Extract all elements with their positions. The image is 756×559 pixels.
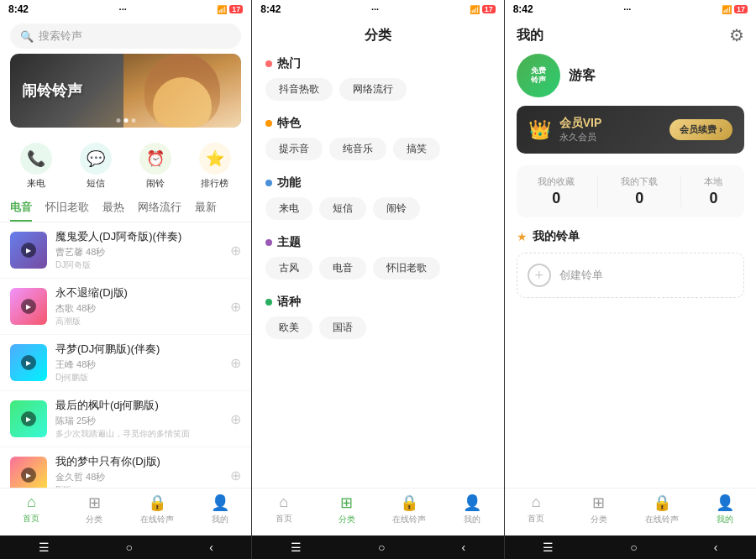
tag-dianyin[interactable]: 电音 — [319, 257, 366, 280]
nav-online-label-2: 在线铃声 — [392, 514, 426, 525]
tag-guoyu[interactable]: 国语 — [319, 316, 366, 339]
time-1: 8:42 — [8, 3, 29, 15]
sys-back-3[interactable]: ‹ — [714, 541, 718, 554]
my-icon-2: 👤 — [463, 494, 481, 512]
sys-home-2[interactable]: ○ — [378, 541, 385, 554]
nav-online-1[interactable]: 🔒 在线铃声 — [126, 494, 189, 525]
song-item-3[interactable]: ▶ 寻梦(DJ何鹏版)(伴奏) 王峰 48秒 Dj何鹏版 ⊕ — [0, 335, 251, 391]
home-panel: 8:42 ··· 📶 17 🔍 搜索铃声 闹铃铃声 📞 来电 💬 短 — [0, 0, 251, 559]
theme-title: 主题 — [277, 235, 301, 250]
tag-huajiu[interactable]: 怀旧老歌 — [373, 257, 440, 280]
sys-back-1[interactable]: ‹ — [209, 541, 213, 554]
nav-home-2[interactable]: ⌂ 首页 — [252, 494, 315, 525]
tag-chun[interactable]: 纯音乐 — [329, 138, 386, 160]
quick-action-alarm[interactable]: ⏰ 闹铃 — [139, 143, 171, 190]
quick-action-ranking[interactable]: ⭐ 排行榜 — [199, 143, 231, 190]
special-tags: 提示音 纯音乐 搞笑 — [265, 138, 490, 160]
crown-icon: 👑 — [528, 119, 551, 141]
song-desc-4: 多少次我踏遍山，寻觅你的多情笑面 — [55, 428, 222, 440]
notification-badge-1: 17 — [229, 5, 243, 13]
sys-menu-2[interactable]: ☰ — [291, 541, 302, 554]
sys-home-3[interactable]: ○ — [630, 541, 637, 554]
tab-wangluo[interactable]: 网络流行 — [138, 195, 181, 222]
tag-laidian[interactable]: 来电 — [265, 197, 312, 220]
call-label: 来电 — [27, 177, 45, 190]
tag-naolin[interactable]: 闹铃 — [373, 197, 420, 220]
quick-action-sms[interactable]: 💬 短信 — [80, 143, 112, 190]
song-more-1[interactable]: ⊕ — [230, 243, 241, 259]
tag-duanxin[interactable]: 短信 — [319, 197, 366, 220]
special-dot — [265, 120, 272, 127]
section-hot: 热门 抖音热歌 网络流行 — [252, 50, 503, 109]
lang-title: 语种 — [277, 295, 301, 310]
search-bar[interactable]: 🔍 搜索铃声 — [10, 24, 241, 49]
search-placeholder: 搜索铃声 — [39, 29, 82, 44]
tag-wangluo[interactable]: 网络流行 — [339, 78, 407, 101]
tab-zuire[interactable]: 最热 — [102, 195, 124, 222]
nav-cat-2[interactable]: ⊞ 分类 — [315, 494, 378, 525]
tag-gaoxiao[interactable]: 搞笑 — [393, 138, 440, 160]
nav-home-1[interactable]: ⌂ 首页 — [0, 494, 63, 525]
nav-my-2[interactable]: 👤 我的 — [441, 494, 504, 525]
ringtone-header: ★ 我的铃单 — [517, 229, 744, 244]
tab-dianyin[interactable]: 电音 — [10, 195, 32, 222]
signal-icon-2: 📶 — [470, 5, 480, 14]
sys-home-1[interactable]: ○ — [126, 541, 133, 554]
stat-favorites[interactable]: 我的收藏 0 — [538, 175, 575, 207]
tag-oumei[interactable]: 欧美 — [265, 316, 312, 339]
nav-my-3[interactable]: 👤 我的 — [693, 494, 756, 525]
online-icon-2: 🔒 — [400, 494, 418, 512]
tag-gufeng[interactable]: 古风 — [265, 257, 312, 280]
banner[interactable]: 闹铃铃声 — [10, 54, 241, 128]
notification-badge-2: 17 — [482, 5, 496, 13]
song-item-4[interactable]: ▶ 最后的枫叶(dj何鹏版) 陈瑞 25秒 多少次我踏遍山，寻觅你的多情笑面 ⊕ — [0, 391, 251, 447]
nav-my-1[interactable]: 👤 我的 — [188, 494, 251, 525]
tab-zuixin[interactable]: 最新 — [195, 195, 217, 222]
vip-button[interactable]: 会员续费 › — [669, 119, 732, 140]
nav-cat-label-1: 分类 — [86, 514, 102, 525]
stat-local[interactable]: 本地 0 — [704, 175, 722, 207]
song-more-3[interactable]: ⊕ — [230, 355, 241, 371]
play-btn-4: ▶ — [21, 411, 36, 426]
hot-dot — [265, 60, 272, 67]
create-list-button[interactable]: + 创建铃单 — [517, 253, 744, 298]
song-item-1[interactable]: ▶ 魔鬼爱人(DJ阿奇版)(伴奏) 曹艺馨 48秒 DJ阿奇版 ⊕ — [0, 222, 251, 279]
nav-cat-3[interactable]: ⊞ 分类 — [567, 494, 630, 525]
tag-tishi[interactable]: 提示音 — [265, 138, 323, 160]
vip-banner[interactable]: 👑 会员VIP 永久会员 会员续费 › — [517, 106, 744, 154]
status-bar-1: 8:42 ··· 📶 17 — [0, 0, 251, 18]
cat-icon-3: ⊞ — [592, 494, 605, 512]
nav-my-label-3: 我的 — [717, 514, 733, 525]
nav-online-3[interactable]: 🔒 在线铃声 — [630, 494, 693, 525]
sys-nav-2: ☰ ○ ‹ — [252, 535, 503, 559]
song-more-2[interactable]: ⊕ — [230, 299, 241, 315]
nav-online-2[interactable]: 🔒 在线铃声 — [378, 494, 441, 525]
banner-dots — [116, 118, 135, 123]
tag-douyin[interactable]: 抖音热歌 — [265, 78, 333, 101]
song-item-5[interactable]: ▶ 我的梦中只有你(Dj版) 金久哲 48秒 Dj版 ⊕ — [0, 447, 251, 488]
status-icons-2: 📶 17 — [470, 5, 496, 14]
tab-huajiu[interactable]: 怀旧老歌 — [45, 195, 89, 222]
sys-back-2[interactable]: ‹ — [461, 541, 465, 554]
sys-menu-3[interactable]: ☰ — [543, 541, 554, 554]
song-info-2: 永不退缩(Dj版) 杰歌 48秒 高潮版 — [55, 285, 222, 327]
quick-action-call[interactable]: 📞 来电 — [20, 143, 52, 190]
nav-cat-1[interactable]: ⊞ 分类 — [63, 494, 126, 525]
nav-home-3[interactable]: ⌂ 首页 — [505, 494, 568, 525]
song-title-5: 我的梦中只有你(Dj版) — [55, 454, 222, 469]
song-more-5[interactable]: ⊕ — [230, 468, 241, 483]
categories-panel: 8:42 ··· 📶 17 分类 热门 抖音热歌 网络流行 特色 — [252, 0, 503, 559]
song-item-2[interactable]: ▶ 永不退缩(Dj版) 杰歌 48秒 高潮版 ⊕ — [0, 279, 251, 335]
stat-favorites-label: 我的收藏 — [538, 175, 575, 188]
song-more-4[interactable]: ⊕ — [230, 411, 241, 427]
section-lang-header: 语种 — [265, 295, 490, 310]
section-special-header: 特色 — [265, 116, 490, 131]
stat-downloads[interactable]: 我的下载 0 — [621, 175, 658, 207]
home-icon-3: ⌂ — [532, 494, 541, 511]
gear-icon[interactable]: ⚙ — [729, 25, 744, 45]
time-2: 8:42 — [260, 3, 281, 15]
stat-downloads-label: 我的下载 — [621, 175, 658, 188]
nav-online-label-1: 在线铃声 — [140, 514, 174, 525]
sys-menu-1[interactable]: ☰ — [39, 541, 50, 554]
username: 游客 — [569, 67, 596, 85]
